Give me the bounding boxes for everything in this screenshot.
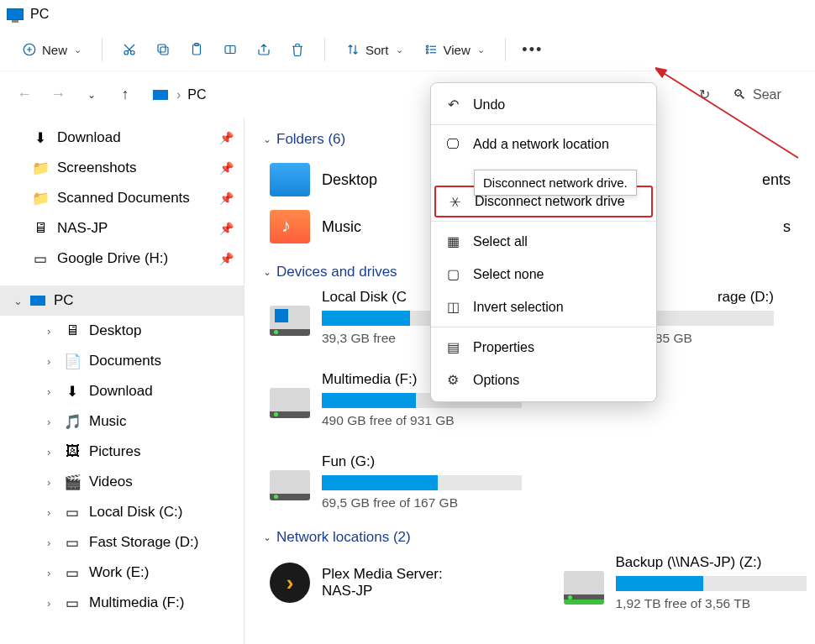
sidebar-quick-1[interactable]: 📁Screenshots📌 [0, 153, 244, 183]
breadcrumb-item[interactable]: PC [187, 87, 206, 102]
pc-icon [153, 90, 168, 100]
chevron-right-icon: › [47, 385, 59, 398]
netloc-plex[interactable]: › Plex Media Server: NAS-JP [270, 554, 513, 611]
drive-free: 69,5 GB free of 167 GB [322, 495, 522, 510]
rename-button[interactable] [215, 36, 245, 63]
folder-label: ents [762, 171, 791, 189]
sidebar-item-label: Download [89, 383, 153, 400]
delete-button[interactable] [282, 36, 313, 63]
sidebar-pc-child-6[interactable]: ›▭Local Disk (C:) [22, 497, 244, 527]
sidebar-pc-child-3[interactable]: ›🎵Music [22, 406, 244, 437]
menu-select-none[interactable]: ▢Select none [431, 258, 656, 291]
sidebar-pc-child-4[interactable]: ›🖼Pictures [22, 437, 244, 467]
view-button[interactable]: View ⌄ [415, 37, 493, 62]
menu-undo-label: Undo [473, 97, 505, 113]
pc-icon [7, 8, 24, 20]
svg-point-8 [426, 45, 428, 47]
scissors-icon [122, 42, 137, 57]
chevron-down-icon: ⌄ [13, 295, 25, 307]
section-netloc[interactable]: ⌄ Network locations (2) [263, 529, 807, 546]
plex-icon: › [270, 563, 310, 603]
invert-icon: ◫ [444, 299, 461, 315]
sidebar-quick-2[interactable]: 📁Scanned Documents📌 [0, 183, 244, 213]
sort-label: Sort [365, 43, 389, 57]
rename-icon [223, 42, 238, 57]
sidebar-item-label: Work (E:) [89, 564, 149, 581]
sort-icon [345, 42, 360, 57]
share-button[interactable] [249, 36, 279, 63]
menu-select-all[interactable]: ▦Select all [431, 225, 656, 258]
pictures-icon: 🖼 [64, 443, 81, 460]
copy-icon [155, 42, 171, 57]
section-drives-label: Devices and drives [276, 264, 397, 280]
netloc-backup[interactable]: Backup (\\NAS-JP) (Z:) 1,92 TB free of 3… [564, 554, 807, 611]
menu-properties[interactable]: ▤Properties [431, 331, 656, 364]
drive-icon [270, 470, 310, 500]
sidebar-pc-child-1[interactable]: ›📄Documents [22, 346, 244, 376]
separator [102, 38, 103, 61]
sidebar-pc-child-5[interactable]: ›🎬Videos [22, 467, 244, 497]
chevron-right-icon: › [47, 567, 59, 579]
sidebar-item-label: Local Disk (C:) [89, 504, 182, 521]
sidebar-item-label: Scanned Documents [57, 190, 190, 207]
disconnect-icon: ⚹ [446, 194, 463, 209]
sidebar-pc-child-8[interactable]: ›▭Work (E:) [22, 558, 244, 588]
chevron-right-icon: › [47, 416, 59, 428]
sidebar-pc-child-0[interactable]: ›🖥Desktop [22, 316, 244, 346]
sidebar-item-label: Fast Storage (D:) [89, 534, 198, 551]
options-icon: ⚙ [444, 372, 461, 388]
sidebar-pc-label: PC [54, 292, 74, 309]
sidebar-quick-4[interactable]: ▭Google Drive (H:)📌 [0, 243, 244, 274]
properties-icon: ▤ [444, 339, 461, 355]
pin-icon: 📌 [219, 252, 234, 265]
pc-icon [30, 296, 45, 306]
chevron-right-icon: › [47, 476, 59, 489]
sidebar-pc[interactable]: ⌄ PC [0, 285, 244, 316]
refresh-button[interactable]: ↻ [692, 86, 716, 102]
chevron-right-icon: › [47, 537, 59, 549]
paste-button[interactable] [181, 36, 212, 63]
sidebar-item-label: Pictures [89, 443, 140, 460]
sidebar-pc-child-7[interactable]: ›▭Fast Storage (D:) [22, 527, 244, 558]
separator [431, 221, 656, 222]
menu-options[interactable]: ⚙Options [431, 364, 656, 396]
drive-3[interactable]: Fun (G:)69,5 GB free of 167 GB [270, 453, 522, 510]
folder-label: Desktop [322, 171, 377, 189]
menu-select-all-label: Select all [473, 234, 528, 249]
tooltip-text: Disconnect network drive. [483, 175, 628, 190]
sidebar-pc-child-9[interactable]: ›▭Multimedia (F:) [22, 588, 244, 618]
chevron-down-icon: ⌄ [263, 134, 271, 145]
folder-icon [270, 210, 310, 243]
copy-button[interactable] [148, 36, 178, 63]
cut-button[interactable] [114, 36, 145, 63]
up-button[interactable]: ↑ [113, 86, 138, 103]
disk-icon: ▭ [64, 594, 81, 611]
menu-undo[interactable]: ↶Undo [431, 88, 656, 121]
new-label: New [42, 43, 67, 57]
sort-button[interactable]: Sort ⌄ [337, 37, 412, 62]
chevron-right-icon: › [47, 355, 59, 368]
new-button[interactable]: New ⌄ [13, 37, 90, 62]
sidebar: ⬇Download📌📁Screenshots📌📁Scanned Document… [0, 118, 244, 644]
usage-bar [616, 576, 807, 591]
menu-invert-label: Invert selection [473, 300, 564, 315]
drive-icon [270, 388, 310, 418]
menu-add-network[interactable]: 🖵Add a network location [431, 128, 656, 160]
sidebar-quick-0[interactable]: ⬇Download📌 [0, 123, 244, 153]
forward-button[interactable]: → [45, 86, 71, 103]
sidebar-quick-3[interactable]: 🖥NAS-JP📌 [0, 213, 244, 243]
music-icon: 🎵 [64, 413, 81, 430]
menu-invert[interactable]: ◫Invert selection [431, 291, 656, 323]
pin-icon: 📌 [219, 131, 234, 144]
download-icon: ⬇ [64, 383, 81, 400]
sidebar-item-label: Documents [89, 353, 161, 369]
chevron-down-icon: ⌄ [74, 45, 82, 55]
search-box[interactable]: 🔍︎ Sear [724, 87, 790, 102]
scrollbar[interactable] [244, 138, 244, 322]
share-icon [256, 42, 271, 57]
sidebar-pc-child-2[interactable]: ›⬇Download [22, 376, 244, 406]
recent-dropdown[interactable]: ⌄ [79, 89, 104, 101]
menu-add-network-label: Add a network location [473, 137, 609, 152]
more-button[interactable]: ••• [518, 36, 548, 63]
back-button[interactable]: ← [12, 86, 37, 103]
